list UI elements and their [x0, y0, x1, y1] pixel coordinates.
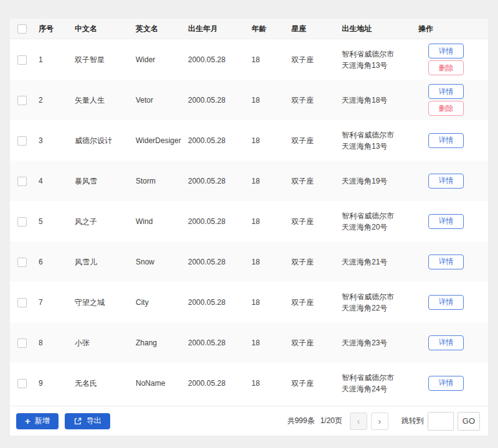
cell-actions: 详情删除: [418, 82, 488, 118]
cell-age: 18: [251, 175, 291, 187]
next-page-button[interactable]: ›: [371, 413, 388, 430]
cell-age: 18: [251, 216, 291, 227]
select-all-checkbox[interactable]: [17, 24, 27, 34]
header-cell-checkbox: [10, 23, 39, 34]
cell-cn-name: 双子智星: [75, 54, 136, 65]
delete-button[interactable]: 删除: [428, 60, 464, 75]
jump-to-label: 跳转到: [402, 416, 424, 426]
cell-age: 18: [251, 297, 291, 308]
cell-en-name: Wider: [136, 54, 188, 65]
detail-button[interactable]: 详情: [428, 133, 464, 148]
detail-button[interactable]: 详情: [428, 376, 464, 391]
cell-actions: 详情: [418, 172, 488, 190]
plus-icon: +: [25, 416, 31, 426]
cell-en-name: WiderDesiger: [136, 135, 188, 146]
cell-zodiac: 双子座: [291, 256, 342, 268]
cell-cn-name: 无名氏: [75, 378, 136, 389]
cell-en-name: Vetor: [136, 95, 188, 106]
cell-zodiac: 双子座: [291, 337, 342, 348]
data-table: 序号中文名英文名出生年月年龄星座出生地址操作1双子智星Wider2000.05.…: [10, 19, 488, 406]
detail-button[interactable]: 详情: [428, 214, 464, 229]
go-button[interactable]: GO: [458, 412, 480, 431]
cell-actions: 详情: [418, 131, 488, 150]
cell-cn-name: 矢量人生: [75, 95, 136, 106]
prev-page-button[interactable]: ‹: [350, 413, 367, 430]
column-header-actions: 操作: [418, 23, 488, 34]
chevron-left-icon: ‹: [357, 416, 360, 426]
cell-address: 天涯海角23号: [342, 337, 418, 348]
table-row: 5风之子Wind2000.05.2818双子座智利省威德尔市 天涯海角20号详情: [10, 201, 488, 241]
table-row: 1双子智星Wider2000.05.2818双子座智利省威德尔市 天涯海角13号…: [10, 39, 488, 80]
cell-age: 18: [251, 378, 291, 389]
cell-actions: 详情: [418, 253, 488, 271]
column-header-address: 出生地址: [342, 23, 418, 34]
cell-actions: 详情: [418, 293, 488, 312]
cell-index: 2: [39, 95, 75, 106]
cell-birth-date: 2000.05.28: [188, 337, 251, 348]
total-count-text: 共999条: [287, 416, 314, 426]
cell-en-name: City: [136, 297, 188, 308]
row-checkbox[interactable]: [17, 258, 27, 267]
cell-birth-date: 2000.05.28: [188, 256, 251, 268]
cell-index: 7: [39, 297, 75, 308]
delete-button[interactable]: 删除: [428, 101, 464, 116]
cell-en-name: Snow: [136, 256, 188, 268]
detail-button[interactable]: 详情: [428, 174, 464, 189]
cell-checkbox: [10, 54, 39, 65]
cell-address: 智利省威德尔市 天涯海角13号: [342, 129, 418, 152]
cell-age: 18: [251, 54, 291, 65]
cell-checkbox: [10, 175, 39, 187]
table-row: 4暴风雪Storm2000.05.2818双子座天涯海角19号详情: [10, 161, 488, 201]
cell-index: 5: [39, 216, 75, 227]
table-header-row: 序号中文名英文名出生年月年龄星座出生地址操作: [10, 19, 488, 39]
cell-zodiac: 双子座: [291, 175, 342, 187]
row-checkbox[interactable]: [17, 177, 27, 186]
detail-button[interactable]: 详情: [428, 44, 464, 58]
export-icon: [73, 417, 82, 426]
cell-address: 智利省威德尔市 天涯海角22号: [342, 291, 418, 314]
cell-address: 天涯海角21号: [342, 256, 418, 268]
table-row: 7守望之城City2000.05.2818双子座智利省威德尔市 天涯海角22号详…: [10, 282, 488, 322]
cell-birth-date: 2000.05.28: [188, 175, 251, 187]
cell-index: 9: [39, 378, 75, 389]
cell-age: 18: [251, 135, 291, 146]
cell-index: 6: [39, 256, 75, 268]
cell-cn-name: 暴风雪: [75, 175, 136, 187]
cell-zodiac: 双子座: [291, 95, 342, 106]
cell-checkbox: [10, 95, 39, 106]
row-checkbox[interactable]: [17, 136, 27, 146]
row-checkbox[interactable]: [17, 298, 27, 307]
export-button[interactable]: 导出: [65, 413, 110, 429]
cell-address: 天涯海角19号: [342, 175, 418, 187]
cell-address: 天涯海角18号: [342, 95, 418, 106]
cell-index: 4: [39, 175, 75, 187]
cell-cn-name: 风雪儿: [75, 256, 136, 268]
cell-age: 18: [251, 95, 291, 106]
table-row: 2矢量人生Vetor2000.05.2818双子座天涯海角18号详情删除: [10, 80, 488, 120]
cell-actions: 详情: [418, 374, 488, 393]
row-checkbox[interactable]: [17, 379, 27, 388]
add-button[interactable]: + 新增: [16, 413, 59, 429]
detail-button[interactable]: 详情: [428, 254, 464, 269]
column-header-birth: 出生年月: [188, 23, 251, 34]
jump-page-input[interactable]: [428, 412, 454, 431]
cell-birth-date: 2000.05.28: [188, 54, 251, 65]
row-checkbox[interactable]: [17, 338, 27, 348]
cell-actions: 详情: [418, 334, 488, 352]
row-checkbox[interactable]: [17, 55, 27, 65]
cell-age: 18: [251, 337, 291, 348]
detail-button[interactable]: 详情: [428, 335, 464, 350]
cell-zodiac: 双子座: [291, 54, 342, 65]
table-row: 9无名氏NoName2000.05.2818双子座智利省威德尔市 天涯海角24号…: [10, 363, 488, 403]
cell-zodiac: 双子座: [291, 216, 342, 227]
row-checkbox[interactable]: [17, 217, 27, 226]
detail-button[interactable]: 详情: [428, 295, 464, 310]
cell-checkbox: [10, 135, 39, 146]
cell-cn-name: 小张: [75, 337, 136, 348]
row-checkbox[interactable]: [17, 96, 27, 105]
cell-zodiac: 双子座: [291, 378, 342, 389]
detail-button[interactable]: 详情: [428, 84, 464, 99]
cell-en-name: Wind: [136, 216, 188, 227]
cell-cn-name: 威德尔设计: [75, 135, 136, 146]
cell-en-name: Storm: [136, 175, 188, 187]
